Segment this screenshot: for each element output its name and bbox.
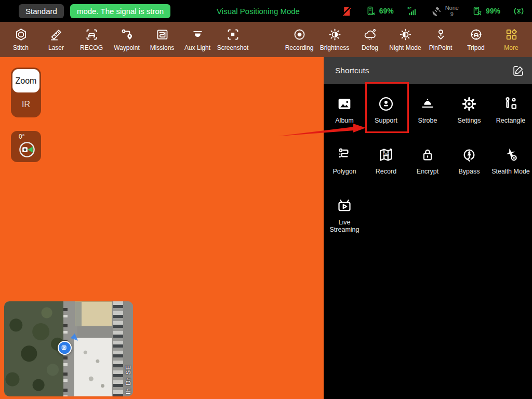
night-mode-icon [398,28,413,42]
shortcut-record[interactable]: Record [365,136,407,187]
shortcut-support[interactable]: Support [365,85,407,136]
status-rc-signal[interactable] [406,5,418,17]
toolbar-item-stitch[interactable]: Stitch [3,28,38,51]
toolbar-item-brightness[interactable]: Brightness [317,28,352,51]
toolbar-item-defog[interactable]: Defog [352,28,388,51]
camera-feed[interactable]: Zoom IR 0° th Dr SE [0,57,324,399]
stitch-icon [14,28,28,42]
shortcut-bypass[interactable]: Bypass [448,136,490,187]
toolbar-item-screenshot[interactable]: Screenshot [215,28,250,51]
shortcut-polygon[interactable]: Polygon [324,136,365,187]
toolbar-item-recog[interactable]: RECOG [74,28,109,51]
laser-icon [49,28,63,42]
toolbar-item-night-mode[interactable]: Night Mode [388,28,423,51]
shortcut-live-streaming[interactable]: Live Streaming [324,187,365,238]
shortcut-stealth-mode[interactable]: Stealth Mode [490,136,531,187]
toolbar-item-missions[interactable]: Missions [144,28,180,51]
shortcut-encrypt[interactable]: Encrypt [407,136,448,187]
toolbar-right-group: Recording Brightness Defog Night Mode Pi… [282,28,529,51]
bypass-icon [460,146,478,164]
shortcut-strobe[interactable]: Strobe [407,85,448,136]
album-icon [336,95,353,113]
map-parked-cars [113,301,124,396]
rectangle-icon [502,95,520,113]
waypoint-icon [120,28,134,42]
toolbar-item-waypoint[interactable]: Waypoint [109,28,144,51]
status-sd-card-missing[interactable] [340,5,352,17]
lens-option-ir[interactable]: IR [12,92,39,116]
map-building-top [75,301,112,326]
recog-icon [85,28,99,42]
status-indicators: 69% None9 99% [340,5,525,17]
edit-shortcuts-button[interactable] [512,64,525,77]
stealth-mode-icon [502,146,520,164]
camera-marker-icon [59,342,70,353]
gimbal-pitch-indicator[interactable]: 0° [11,131,41,162]
rc-signal-icon [406,5,418,17]
toolbar-item-tripod[interactable]: Tripod [458,28,494,51]
map-building-white [74,338,112,396]
signal-notice-toast: mode. The signal is stron [70,4,170,18]
status-drone-battery[interactable]: 99% [471,5,500,17]
camera-gimbal-icon [17,140,37,159]
status-obstacle-sensing[interactable] [513,5,525,17]
toolbar-item-recording[interactable]: Recording [282,28,317,51]
aux-light-icon [191,28,205,42]
shortcuts-panel: Shortcuts Album Support Strobe [324,57,532,399]
tripod-icon [469,28,483,42]
map-street-label: th Dr SE [124,365,132,394]
shortcuts-header: Shortcuts [324,57,532,84]
toolbar-item-aux-light[interactable]: Aux Light [180,28,215,51]
status-satellite[interactable]: None9 [431,5,459,17]
shortcut-settings[interactable]: Settings [448,85,490,136]
recording-icon [292,28,307,42]
settings-icon [460,95,478,113]
main-area: Zoom IR 0° th Dr SE [0,57,532,399]
screenshot-icon [226,28,240,42]
rc-battery-icon [365,5,377,17]
shortcuts-grid: Album Support Strobe Settings Rectangle [324,84,532,238]
sd-card-missing-icon [340,5,352,17]
obstacle-sensing-icon [513,5,525,17]
map-drone-marker[interactable] [58,341,72,355]
record-map-icon [377,146,395,164]
map-trees [4,301,63,396]
status-rc-battery[interactable]: 69% [365,5,394,17]
status-bar: Standard mode. The signal is stron Visua… [0,0,532,22]
lens-option-zoom[interactable]: Zoom [12,69,39,92]
top-toolbar: Stitch Laser RECOG Waypoint Missions Aux… [0,22,532,57]
drone-app-screen: Standard mode. The signal is stron Visua… [0,0,532,399]
gimbal-pitch-value: 0° [19,133,24,140]
defog-icon [363,28,377,42]
polygon-icon [336,146,353,164]
missions-icon [155,28,169,42]
minimap[interactable]: th Dr SE [4,301,133,396]
support-icon [377,95,395,113]
flight-mode-button[interactable]: Standard [19,4,64,18]
toolbar-left-group: Stitch Laser RECOG Waypoint Missions Aux… [3,28,250,51]
positioning-mode-status: Visual Positioning Mode [217,0,300,22]
shortcuts-title: Shortcuts [335,66,369,75]
live-streaming-icon [336,197,353,215]
more-icon [504,28,518,42]
strobe-icon [419,95,436,113]
toolbar-item-more[interactable]: More [494,28,529,51]
lens-toggle: Zoom IR [11,68,41,117]
toolbar-item-laser[interactable]: Laser [38,28,74,51]
encrypt-icon [419,146,436,164]
toolbar-item-pinpoint[interactable]: PinPoint [423,28,458,51]
drone-battery-icon [471,5,483,17]
brightness-icon [328,28,342,42]
pinpoint-icon [434,28,448,42]
edit-icon [512,64,525,77]
shortcut-album[interactable]: Album [324,85,365,136]
shortcut-rectangle[interactable]: Rectangle [490,85,531,136]
satellite-icon [431,5,443,17]
